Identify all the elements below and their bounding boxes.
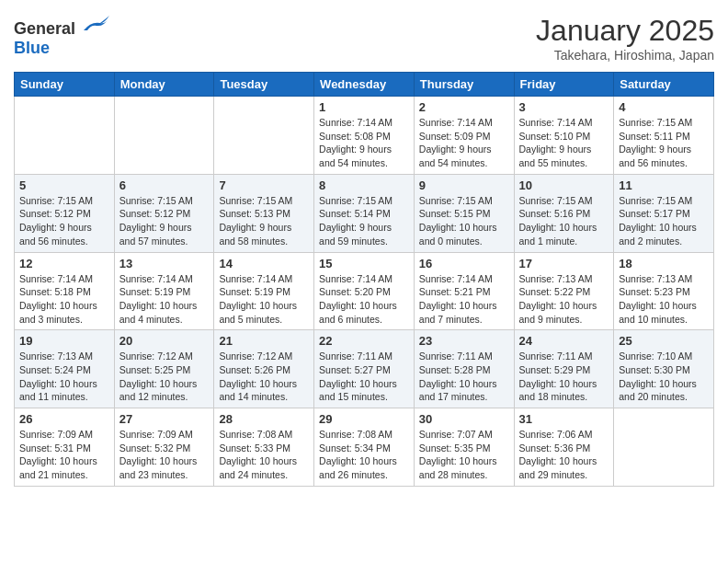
- day-header-tuesday: Tuesday: [214, 73, 314, 97]
- day-header-sunday: Sunday: [15, 73, 115, 97]
- calendar-cell: 4Sunrise: 7:15 AM Sunset: 5:11 PM Daylig…: [614, 97, 714, 175]
- calendar-cell: 26Sunrise: 7:09 AM Sunset: 5:31 PM Dayli…: [15, 408, 115, 487]
- cell-daylight-info: Sunrise: 7:14 AM Sunset: 5:21 PM Dayligh…: [419, 272, 509, 327]
- cell-daylight-info: Sunrise: 7:08 AM Sunset: 5:34 PM Dayligh…: [319, 428, 409, 482]
- calendar-cell: 29Sunrise: 7:08 AM Sunset: 5:34 PM Dayli…: [314, 408, 415, 487]
- calendar-week-row: 1Sunrise: 7:14 AM Sunset: 5:08 PM Daylig…: [15, 97, 714, 175]
- day-header-saturday: Saturday: [614, 73, 714, 97]
- calendar-cell: 9Sunrise: 7:15 AM Sunset: 5:15 PM Daylig…: [414, 174, 514, 252]
- cell-daylight-info: Sunrise: 7:15 AM Sunset: 5:14 PM Dayligh…: [319, 194, 409, 248]
- cell-daylight-info: Sunrise: 7:09 AM Sunset: 5:32 PM Dayligh…: [119, 428, 210, 482]
- calendar-week-row: 26Sunrise: 7:09 AM Sunset: 5:31 PM Dayli…: [15, 408, 714, 487]
- calendar-cell: 14Sunrise: 7:14 AM Sunset: 5:19 PM Dayli…: [214, 252, 314, 330]
- calendar-cell: 10Sunrise: 7:15 AM Sunset: 5:16 PM Dayli…: [514, 174, 614, 252]
- calendar-cell: 16Sunrise: 7:14 AM Sunset: 5:21 PM Dayli…: [414, 252, 514, 330]
- calendar-cell: 12Sunrise: 7:14 AM Sunset: 5:18 PM Dayli…: [15, 252, 115, 330]
- cell-date-number: 22: [319, 334, 409, 348]
- calendar-cell: 2Sunrise: 7:14 AM Sunset: 5:09 PM Daylig…: [414, 97, 514, 175]
- cell-date-number: 12: [19, 257, 109, 270]
- location-title: Takehara, Hiroshima, Japan: [536, 48, 714, 63]
- calendar-cell: 11Sunrise: 7:15 AM Sunset: 5:17 PM Dayli…: [614, 174, 714, 252]
- cell-daylight-info: Sunrise: 7:15 AM Sunset: 5:12 PM Dayligh…: [19, 194, 109, 248]
- cell-daylight-info: Sunrise: 7:06 AM Sunset: 5:36 PM Dayligh…: [519, 428, 609, 482]
- cell-date-number: 2: [419, 100, 509, 114]
- day-header-monday: Monday: [114, 73, 214, 97]
- cell-date-number: 27: [119, 412, 210, 426]
- cell-daylight-info: Sunrise: 7:10 AM Sunset: 5:30 PM Dayligh…: [619, 350, 709, 404]
- cell-date-number: 8: [319, 178, 409, 192]
- cell-date-number: 5: [19, 178, 109, 192]
- cell-date-number: 1: [319, 100, 409, 114]
- month-title: January 2025: [536, 14, 714, 48]
- calendar-cell: 28Sunrise: 7:08 AM Sunset: 5:33 PM Dayli…: [214, 408, 314, 487]
- calendar-cell: 1Sunrise: 7:14 AM Sunset: 5:08 PM Daylig…: [314, 97, 415, 175]
- cell-date-number: 25: [619, 334, 709, 348]
- day-header-friday: Friday: [514, 73, 614, 97]
- page-header: General Blue January 2025 Takehara, Hiro…: [14, 14, 714, 63]
- calendar-cell: 20Sunrise: 7:12 AM Sunset: 5:25 PM Dayli…: [114, 330, 214, 408]
- logo-blue: Blue: [14, 39, 50, 57]
- calendar-cell: 3Sunrise: 7:14 AM Sunset: 5:10 PM Daylig…: [514, 97, 614, 175]
- cell-daylight-info: Sunrise: 7:15 AM Sunset: 5:13 PM Dayligh…: [219, 194, 309, 248]
- day-header-thursday: Thursday: [414, 73, 514, 97]
- calendar-cell: [214, 97, 314, 175]
- calendar-cell: 21Sunrise: 7:12 AM Sunset: 5:26 PM Dayli…: [214, 330, 314, 408]
- logo: General Blue: [14, 14, 109, 58]
- calendar-cell: 19Sunrise: 7:13 AM Sunset: 5:24 PM Dayli…: [15, 330, 115, 408]
- calendar-cell: 25Sunrise: 7:10 AM Sunset: 5:30 PM Dayli…: [614, 330, 714, 408]
- cell-date-number: 10: [519, 178, 609, 192]
- calendar-week-row: 5Sunrise: 7:15 AM Sunset: 5:12 PM Daylig…: [15, 174, 714, 252]
- cell-date-number: 9: [419, 178, 509, 192]
- calendar-cell: 17Sunrise: 7:13 AM Sunset: 5:22 PM Dayli…: [514, 252, 614, 330]
- logo-bird-icon: [82, 14, 109, 34]
- logo-general: General: [14, 19, 75, 38]
- cell-date-number: 31: [519, 412, 609, 426]
- calendar-cell: 24Sunrise: 7:11 AM Sunset: 5:29 PM Dayli…: [514, 330, 614, 408]
- cell-daylight-info: Sunrise: 7:08 AM Sunset: 5:33 PM Dayligh…: [219, 428, 309, 482]
- calendar-cell: 27Sunrise: 7:09 AM Sunset: 5:32 PM Dayli…: [114, 408, 214, 487]
- cell-date-number: 16: [419, 257, 509, 270]
- cell-daylight-info: Sunrise: 7:14 AM Sunset: 5:08 PM Dayligh…: [319, 116, 409, 170]
- cell-daylight-info: Sunrise: 7:13 AM Sunset: 5:22 PM Dayligh…: [519, 272, 609, 327]
- calendar-cell: 8Sunrise: 7:15 AM Sunset: 5:14 PM Daylig…: [314, 174, 415, 252]
- cell-date-number: 7: [219, 178, 309, 192]
- calendar-cell: [15, 97, 115, 175]
- calendar-cell: 15Sunrise: 7:14 AM Sunset: 5:20 PM Dayli…: [314, 252, 415, 330]
- cell-daylight-info: Sunrise: 7:14 AM Sunset: 5:19 PM Dayligh…: [119, 272, 210, 327]
- cell-daylight-info: Sunrise: 7:13 AM Sunset: 5:24 PM Dayligh…: [19, 350, 109, 404]
- cell-date-number: 21: [219, 334, 309, 348]
- cell-date-number: 24: [519, 334, 609, 348]
- cell-date-number: 23: [419, 334, 509, 348]
- cell-date-number: 17: [519, 257, 609, 270]
- cell-date-number: 18: [619, 257, 709, 270]
- cell-daylight-info: Sunrise: 7:13 AM Sunset: 5:23 PM Dayligh…: [619, 272, 709, 327]
- cell-daylight-info: Sunrise: 7:11 AM Sunset: 5:29 PM Dayligh…: [519, 350, 609, 404]
- cell-daylight-info: Sunrise: 7:15 AM Sunset: 5:11 PM Dayligh…: [619, 116, 709, 170]
- calendar-cell: 5Sunrise: 7:15 AM Sunset: 5:12 PM Daylig…: [15, 174, 115, 252]
- cell-daylight-info: Sunrise: 7:15 AM Sunset: 5:15 PM Dayligh…: [419, 194, 509, 248]
- cell-daylight-info: Sunrise: 7:14 AM Sunset: 5:09 PM Dayligh…: [419, 116, 509, 170]
- cell-daylight-info: Sunrise: 7:11 AM Sunset: 5:28 PM Dayligh…: [419, 350, 509, 404]
- cell-daylight-info: Sunrise: 7:12 AM Sunset: 5:25 PM Dayligh…: [119, 350, 210, 404]
- cell-date-number: 29: [319, 412, 409, 426]
- calendar-cell: 18Sunrise: 7:13 AM Sunset: 5:23 PM Dayli…: [614, 252, 714, 330]
- calendar-table: SundayMondayTuesdayWednesdayThursdayFrid…: [14, 72, 714, 487]
- cell-date-number: 19: [19, 334, 109, 348]
- cell-daylight-info: Sunrise: 7:14 AM Sunset: 5:19 PM Dayligh…: [219, 272, 309, 327]
- calendar-cell: 13Sunrise: 7:14 AM Sunset: 5:19 PM Dayli…: [114, 252, 214, 330]
- cell-date-number: 11: [619, 178, 709, 192]
- cell-daylight-info: Sunrise: 7:09 AM Sunset: 5:31 PM Dayligh…: [19, 428, 109, 482]
- calendar-header-row: SundayMondayTuesdayWednesdayThursdayFrid…: [15, 73, 714, 97]
- calendar-cell: 7Sunrise: 7:15 AM Sunset: 5:13 PM Daylig…: [214, 174, 314, 252]
- cell-daylight-info: Sunrise: 7:14 AM Sunset: 5:20 PM Dayligh…: [319, 272, 409, 327]
- cell-date-number: 4: [619, 100, 709, 114]
- cell-date-number: 20: [119, 334, 210, 348]
- calendar-cell: 30Sunrise: 7:07 AM Sunset: 5:35 PM Dayli…: [414, 408, 514, 487]
- cell-date-number: 28: [219, 412, 309, 426]
- cell-date-number: 13: [119, 257, 210, 270]
- cell-daylight-info: Sunrise: 7:15 AM Sunset: 5:17 PM Dayligh…: [619, 194, 709, 248]
- logo-text: General Blue: [14, 14, 109, 58]
- calendar-cell: 23Sunrise: 7:11 AM Sunset: 5:28 PM Dayli…: [414, 330, 514, 408]
- cell-daylight-info: Sunrise: 7:15 AM Sunset: 5:16 PM Dayligh…: [519, 194, 609, 248]
- cell-daylight-info: Sunrise: 7:14 AM Sunset: 5:18 PM Dayligh…: [19, 272, 109, 327]
